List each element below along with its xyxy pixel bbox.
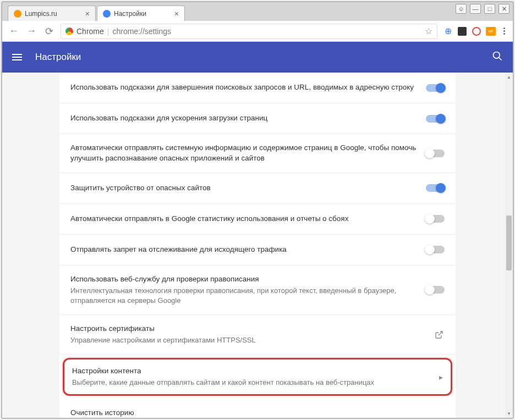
page-content: Настройки Использовать подсказки для зав… [2,42,513,418]
setting-send-system-info[interactable]: Автоматически отправлять системную инфор… [59,134,456,173]
tab-bar: Lumpics.ru × Настройки × [2,2,513,21]
setting-title: Использовать веб-службу для проверки пра… [70,274,417,285]
setting-subtitle: Выберите, какие данные отправлять сайтам… [72,378,430,388]
opera-icon[interactable] [472,26,481,36]
setting-title: Использовать подсказки для завершения по… [70,82,417,93]
setting-title: Отправлять запрет на отслеживание для ис… [70,245,417,255]
window-controls: ☺ — □ ✕ [456,4,509,14]
toggle-switch[interactable] [426,84,445,92]
close-icon[interactable]: × [85,9,90,18]
settings-header: Настройки [2,42,513,73]
browser-window: ☺ — □ ✕ Lumpics.ru × Настройки × ← → ⟳ C… [1,1,514,419]
toggle-switch[interactable] [426,215,445,223]
scroll-down-arrow[interactable]: ▼ [506,410,512,417]
setting-subtitle: Управление настройками и сертификатами H… [70,335,425,345]
lumpics-favicon [14,10,21,18]
toggle-switch[interactable] [426,150,445,157]
setting-usage-stats[interactable]: Автоматически отправлять в Google статис… [59,204,456,235]
off-badge-icon[interactable]: off [486,26,496,36]
close-icon[interactable]: × [174,9,179,18]
tab-settings[interactable]: Настройки × [97,5,185,21]
maximize-button[interactable]: □ [484,4,495,14]
globe-icon[interactable]: ⊕ [443,26,453,36]
tab-lumpics[interactable]: Lumpics.ru × [8,5,96,21]
chrome-icon [65,27,73,35]
setting-title: Настроить сертификаты [70,324,425,334]
setting-title: Автоматически отправлять в Google статис… [70,214,417,224]
setting-title: Автоматически отправлять системную инфор… [70,143,417,164]
svg-line-2 [439,331,442,335]
close-window-button[interactable]: ✕ [498,4,509,14]
extension-dark-icon[interactable] [457,26,467,36]
svg-point-0 [494,52,500,58]
setting-spellcheck[interactable]: Использовать веб-службу для проверки пра… [59,266,456,315]
setting-title: Использовать подсказки для ускорения заг… [70,113,417,124]
scrollbar-thumb[interactable] [506,215,512,270]
toggle-switch[interactable] [426,246,445,253]
toggle-switch[interactable] [426,115,445,123]
scroll-up-arrow[interactable]: ▲ [506,74,512,80]
setting-page-load-suggestions[interactable]: Использовать подсказки для ускорения заг… [59,103,456,134]
minimize-button[interactable]: — [470,4,481,14]
url-divider: | [107,27,109,36]
bookmark-star-icon[interactable]: ☆ [425,26,432,36]
setting-title: Защитить устройство от опасных сайтов [70,183,417,194]
forward-button[interactable]: → [25,25,37,37]
address-bar: ← → ⟳ Chrome | chrome://settings ☆ ⊕ off [2,21,513,42]
settings-scroll-area: Использовать подсказки для завершения по… [2,73,513,418]
url-path: chrome://settings [112,27,171,36]
toggle-switch[interactable] [426,184,445,192]
tab-label: Lumpics.ru [25,10,82,18]
setting-do-not-track[interactable]: Отправлять запрет на отслеживание для ис… [59,235,456,266]
toggle-switch[interactable] [426,286,445,294]
chevron-right-icon: ▸ [441,415,445,418]
scrollbar[interactable]: ▲ ▼ [505,73,513,418]
page-title: Настройки [35,52,479,63]
setting-title: Очистить историю [70,408,432,418]
chevron-right-icon: ▸ [439,373,443,382]
url-origin-label: Chrome [76,27,104,36]
search-icon[interactable] [492,51,503,64]
extension-icons: ⊕ off [443,26,496,36]
setting-safe-browsing[interactable]: Защитить устройство от опасных сайтов [59,173,456,204]
menu-icon[interactable] [12,54,22,60]
setting-autocomplete-suggestions[interactable]: Использовать подсказки для завершения по… [59,73,456,103]
reload-button[interactable]: ⟳ [43,25,55,37]
setting-title: Настройки контента [72,366,430,377]
external-link-icon [434,329,445,340]
settings-panel: Использовать подсказки для завершения по… [59,73,456,418]
browser-menu-button[interactable] [501,25,507,37]
setting-certificates[interactable]: Настроить сертификаты Управление настрой… [59,315,456,355]
tab-label: Настройки [114,10,171,18]
setting-content-settings[interactable]: Настройки контента Выберите, какие данны… [63,358,452,396]
settings-favicon [103,10,111,18]
user-icon[interactable]: ☺ [456,4,467,14]
url-input[interactable]: Chrome | chrome://settings ☆ [61,24,437,39]
setting-subtitle: Интеллектуальная технология проверки пра… [70,286,417,306]
svg-line-1 [499,57,502,60]
setting-clear-history[interactable]: Очистить историю Удалить файлы cookie и … [59,399,456,418]
back-button[interactable]: ← [8,25,20,37]
